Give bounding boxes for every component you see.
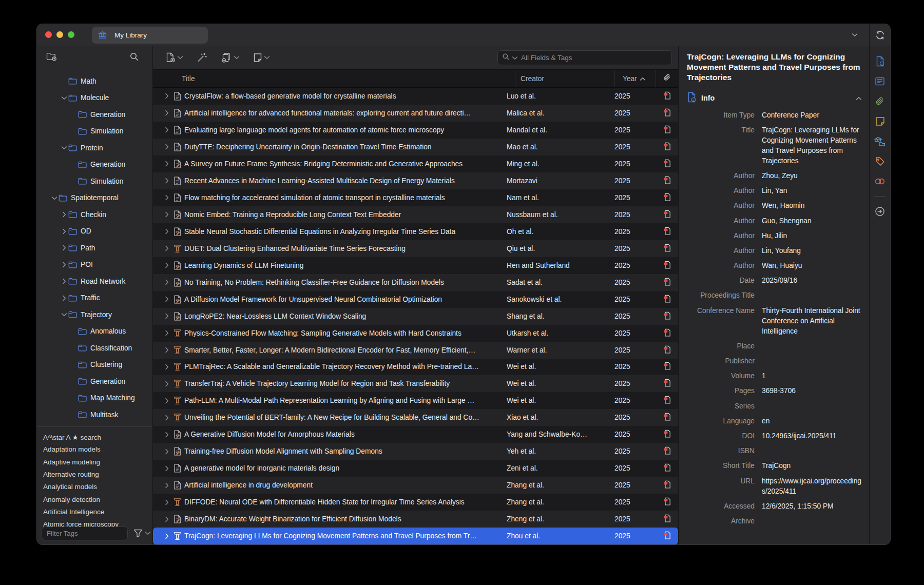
sidebar-item-generation[interactable]: Generation <box>37 106 152 123</box>
table-row-selected[interactable]: TrajCogn: Leveraging LLMs for Cognizing … <box>153 528 678 544</box>
attachments-pane-icon[interactable] <box>870 91 890 111</box>
tags-pane-icon[interactable] <box>870 151 890 171</box>
table-row[interactable]: A generative model for inorganic materia… <box>153 460 678 477</box>
field-value[interactable]: 2025/09/16 <box>762 276 862 286</box>
sidebar-item-traffic[interactable]: Traffic <box>37 290 152 307</box>
zoom-button[interactable] <box>68 31 74 38</box>
chevron-down-icon[interactable] <box>60 146 68 150</box>
chevron-right-icon[interactable] <box>60 211 68 218</box>
chevron-right-icon[interactable] <box>163 482 170 489</box>
chevron-right-icon[interactable] <box>163 499 170 505</box>
chevron-right-icon[interactable] <box>60 245 68 251</box>
table-row[interactable]: CrystalFlow: a flow-based generative mod… <box>153 88 678 105</box>
field-value[interactable]: Guo, Shengnan <box>762 216 862 226</box>
chevron-right-icon[interactable] <box>163 194 170 201</box>
chevron-right-icon[interactable] <box>163 228 170 235</box>
table-row[interactable]: Stable Neural Stochastic Differential Eq… <box>153 223 678 240</box>
field-value[interactable]: 1 <box>762 371 862 381</box>
chevron-right-icon[interactable] <box>60 262 68 268</box>
sidebar-item-spatiotemporal[interactable]: Spatiotemporal <box>37 190 152 207</box>
chevron-right-icon[interactable] <box>60 295 68 301</box>
chevron-right-icon[interactable] <box>163 465 170 472</box>
sidebar-item-trajectory[interactable]: Trajectory <box>37 306 152 323</box>
chevron-down-icon[interactable] <box>60 96 68 100</box>
field-value[interactable]: 12/6/2025, 1:15:50 PM <box>762 501 862 512</box>
sidebar-item-generation[interactable]: Generation <box>37 157 152 173</box>
table-row[interactable]: Flow matching for accelerated simulation… <box>153 189 678 206</box>
field-value[interactable]: https://www.ijcai.org/proceedings/2025/4… <box>762 476 862 497</box>
sidebar-item-multitask[interactable]: Multitask <box>37 406 152 423</box>
tabs-menu-chevron-down-icon[interactable] <box>840 33 869 37</box>
field-value[interactable]: Wen, Haomin <box>762 201 862 211</box>
sidebar-item-checkin[interactable]: Checkin <box>37 206 152 223</box>
abstract-pane-icon[interactable] <box>870 71 890 91</box>
table-row[interactable]: DIFFODE: Neural ODE with Differentiable … <box>153 494 678 511</box>
close-button[interactable] <box>45 31 52 38</box>
chevron-down-icon[interactable] <box>60 313 68 317</box>
chevron-right-icon[interactable] <box>163 211 170 218</box>
chevron-right-icon[interactable] <box>163 516 170 522</box>
table-row[interactable]: DutyTTE: Deciphering Uncertainty in Orig… <box>153 139 678 155</box>
library-tab[interactable]: My Library <box>92 27 208 44</box>
field-value[interactable]: Conference Paper <box>762 110 862 121</box>
funnel-icon[interactable] <box>133 529 143 537</box>
chevron-right-icon[interactable] <box>163 127 170 133</box>
collapse-chevron-up-icon[interactable] <box>856 93 862 103</box>
related-pane-icon[interactable] <box>870 171 890 191</box>
locate-icon[interactable] <box>870 201 890 221</box>
sidebar-item-path[interactable]: Path <box>37 240 152 257</box>
chevron-right-icon[interactable] <box>163 144 170 150</box>
sidebar-item-math[interactable]: Math <box>37 73 152 90</box>
table-row[interactable]: A Generative Diffusion Model for Amorpho… <box>153 426 678 443</box>
table-row[interactable]: Smarter, Better, Faster, Longer: A Moder… <box>153 342 678 359</box>
field-value[interactable] <box>762 401 862 412</box>
field-value[interactable]: en <box>762 416 862 426</box>
field-value[interactable] <box>762 356 862 366</box>
chevron-right-icon[interactable] <box>163 449 170 455</box>
table-row[interactable]: Artificial intelligence for advanced fun… <box>153 105 678 122</box>
new-item-button[interactable] <box>165 52 183 63</box>
chevron-right-icon[interactable] <box>163 364 170 370</box>
field-value[interactable]: Zhou, Zeyu <box>762 171 862 181</box>
field-value[interactable] <box>762 446 862 456</box>
field-value[interactable] <box>762 341 862 352</box>
tag-item[interactable]: Alternative routing <box>43 468 152 480</box>
field-value[interactable]: Wan, Huaiyu <box>762 261 862 271</box>
collections-search-icon[interactable] <box>129 52 139 64</box>
minimize-button[interactable] <box>56 31 63 38</box>
sidebar-item-simulation[interactable]: Simulation <box>37 123 152 140</box>
search-input[interactable] <box>520 53 667 62</box>
sync-icon[interactable] <box>870 30 890 40</box>
new-note-button[interactable] <box>253 53 270 63</box>
notes-pane-icon[interactable] <box>870 111 890 131</box>
tag-item[interactable]: Artificial Intelligence <box>43 505 152 518</box>
tag-item[interactable]: A^\star A ★ search <box>43 431 152 443</box>
field-value[interactable]: Lin, Youfang <box>762 246 862 256</box>
chevron-right-icon[interactable] <box>163 262 170 268</box>
chevron-right-icon[interactable] <box>163 347 170 353</box>
field-value[interactable]: TrajCogn <box>762 461 862 471</box>
table-row[interactable]: Evaluating large language model agents f… <box>153 122 678 139</box>
field-value[interactable]: TrajCogn: Leveraging LLMs for Cognizing … <box>762 125 862 166</box>
table-row[interactable]: DUET: Dual Clustering Enhanced Multivari… <box>153 240 678 257</box>
sidebar-item-clustering[interactable]: Clustering <box>37 357 152 374</box>
chevron-right-icon[interactable] <box>163 110 170 116</box>
sidebar-item-anomalous[interactable]: Anomalous <box>37 323 152 340</box>
table-row[interactable]: PLMTrajRec: A Scalable and Generalizable… <box>153 359 678 376</box>
table-row[interactable]: Artificial intelligence in drug developm… <box>153 477 678 494</box>
chevron-right-icon[interactable] <box>163 93 170 99</box>
table-row[interactable]: Learning Dynamics of LLM FinetuningRen a… <box>153 257 678 274</box>
search-field[interactable] <box>497 50 672 65</box>
field-value[interactable] <box>762 516 862 526</box>
tag-item[interactable]: Atomic force microscopy <box>43 518 152 526</box>
chevron-down-icon[interactable] <box>50 196 59 200</box>
column-header-year[interactable]: Year <box>614 70 656 87</box>
field-value[interactable]: 10.24963/ijcai.2025/411 <box>762 431 862 441</box>
table-row[interactable]: Training-free Diffusion Model Alignment … <box>153 443 678 460</box>
new-collection-button[interactable] <box>46 52 57 63</box>
tag-item[interactable]: Analytical models <box>43 481 152 493</box>
field-value[interactable] <box>762 290 862 301</box>
column-header-attachment[interactable] <box>656 70 678 87</box>
column-header-creator[interactable]: Creator <box>515 70 614 87</box>
chevron-right-icon[interactable] <box>163 415 170 421</box>
